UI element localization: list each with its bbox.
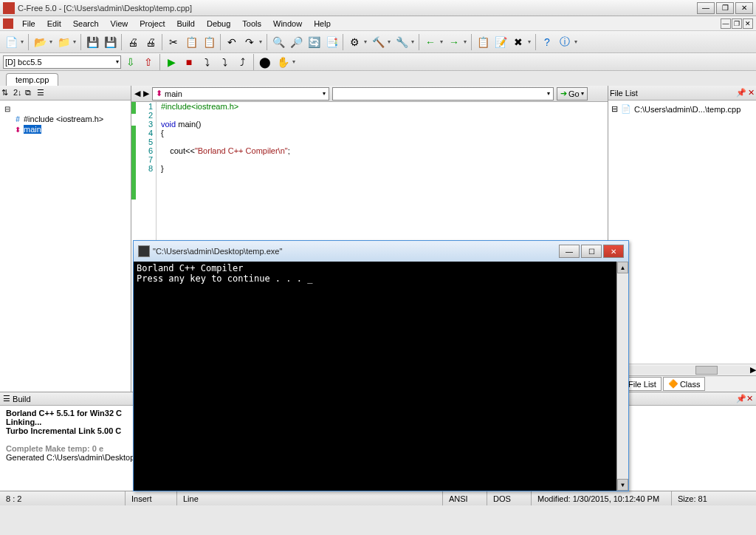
print-preview-icon[interactable]: 🖨 [142, 34, 159, 50]
list-icon[interactable]: ☰ [37, 88, 47, 98]
info-icon[interactable]: ⓘ [557, 34, 573, 50]
tab-class[interactable]: 🔶 Class [663, 377, 706, 391]
find-icon[interactable]: 🔍 [270, 34, 286, 50]
menu-build[interactable]: Build [171, 18, 200, 30]
tree-root[interactable]: ⊟ [3, 103, 128, 114]
menu-search[interactable]: Search [67, 18, 105, 30]
scope-combo[interactable]: ▾ [332, 87, 554, 100]
copy-icon[interactable]: 📋 [183, 34, 199, 50]
open-project-dropdown[interactable]: ▾ [73, 38, 78, 45]
run-x-icon[interactable]: ⇧ [140, 54, 157, 70]
menu-edit[interactable]: Edit [41, 18, 67, 30]
paste-icon[interactable]: 📋 [201, 34, 217, 50]
hscrollbar[interactable]: ◀ ▶ [608, 364, 756, 375]
menu-debug[interactable]: Debug [201, 18, 236, 30]
back-dropdown[interactable]: ▾ [440, 38, 444, 45]
editor-navbar: ◀ ▶ ⬍ main ▾ ▾ ➔ Go ▾ [131, 86, 608, 102]
stop-icon[interactable]: ■ [181, 54, 197, 70]
compile-dropdown[interactable]: ▾ [364, 38, 368, 45]
build-dropdown[interactable]: ▾ [388, 38, 392, 45]
breakpoint-icon[interactable]: ⬤ [257, 54, 273, 70]
mdi-restore-button[interactable]: ❐ [732, 18, 742, 29]
console-window[interactable]: "C:\Users\admin\Desktop\temp.exe" — ☐ ✕ … [133, 240, 629, 491]
redo-dropdown[interactable]: ▾ [259, 38, 264, 45]
symbol-combo[interactable]: ⬍ main ▾ [152, 87, 329, 100]
settings-icon[interactable]: 📝 [492, 34, 509, 50]
open-project-icon[interactable]: 📁 [55, 34, 72, 50]
info-dropdown[interactable]: ▾ [574, 38, 579, 45]
redo-icon[interactable]: ↷ [241, 34, 258, 50]
back-icon[interactable]: ← [422, 34, 439, 50]
cut-icon[interactable]: ✂ [165, 34, 182, 50]
scroll-down-icon[interactable]: ▼ [617, 479, 628, 491]
run-icon[interactable]: ▶ [163, 54, 179, 70]
sort-alpha-icon[interactable]: ⇅ [1, 88, 12, 98]
scroll-thumb[interactable] [695, 366, 718, 375]
menu-help[interactable]: Help [308, 18, 337, 30]
run-check-icon[interactable]: ⇩ [123, 54, 139, 70]
close-button[interactable]: ✕ [735, 2, 753, 14]
console-titlebar[interactable]: "C:\Users\admin\Desktop\temp.exe" — ☐ ✕ [134, 241, 628, 262]
new-file-icon[interactable]: 📄 [3, 34, 19, 50]
tree-main[interactable]: ⬍ main [3, 124, 128, 134]
help-icon[interactable]: ? [539, 34, 555, 50]
find-in-files-icon[interactable]: 🔎 [288, 34, 304, 50]
mdi-close-button[interactable]: ✕ [743, 18, 753, 29]
nav-forward-icon[interactable]: ▶ [143, 89, 149, 98]
pin-icon[interactable]: 📌 [736, 88, 746, 98]
scroll-right-icon[interactable]: ▶ [750, 365, 756, 375]
save-all-icon[interactable]: 💾 [102, 34, 118, 50]
replace-icon[interactable]: 🔄 [306, 34, 322, 50]
rebuild-dropdown[interactable]: ▾ [411, 38, 416, 45]
open-file-icon[interactable]: 📂 [32, 34, 48, 50]
close-panel-icon[interactable]: ✕ [748, 88, 755, 98]
menu-file[interactable]: File [16, 18, 41, 30]
step-into-icon[interactable]: ⤵ [216, 54, 233, 70]
build-icon[interactable]: 🔨 [370, 34, 386, 50]
mdi-minimize-button[interactable]: — [721, 18, 731, 29]
step-over-icon[interactable]: ⤵ [199, 54, 215, 70]
forward-icon[interactable]: → [446, 34, 462, 50]
status-position: 8 : 2 [0, 491, 126, 505]
pin-icon[interactable]: 📌 [736, 394, 746, 403]
console-minimize-button[interactable]: — [559, 245, 580, 258]
scroll-up-icon[interactable]: ▲ [617, 262, 628, 273]
step-out-icon[interactable]: ⤴ [234, 54, 250, 70]
file-row[interactable]: ⊟ 📄 C:\Users\admin\D...\temp.cpp [611, 103, 753, 115]
forward-dropdown[interactable]: ▾ [464, 38, 468, 45]
delete-icon[interactable]: ✖ [510, 34, 526, 50]
compiler-combo[interactable]: [D] bcc5.5 ▾ [3, 55, 121, 69]
menu-project[interactable]: Project [134, 18, 171, 30]
nav-back-icon[interactable]: ◀ [134, 89, 140, 98]
filter-icon[interactable]: ⧉ [25, 88, 35, 98]
console-output[interactable]: Borland C++ Compiler Press any key to co… [134, 262, 616, 491]
new-file-dropdown[interactable]: ▾ [21, 38, 25, 45]
open-dropdown[interactable]: ▾ [49, 38, 54, 45]
hand-icon[interactable]: ✋ [275, 54, 291, 70]
sort-num-icon[interactable]: 2↓ [13, 88, 24, 98]
menu-view[interactable]: View [105, 18, 134, 30]
print-icon[interactable]: 🖨 [125, 34, 141, 50]
minimize-button[interactable]: — [697, 2, 715, 14]
tree-include[interactable]: # #include <iostream.h> [3, 114, 128, 124]
hand-dropdown[interactable]: ▾ [292, 58, 297, 65]
undo-icon[interactable]: ↶ [224, 34, 240, 50]
options-icon[interactable]: 📋 [475, 34, 491, 50]
file-path: C:\Users\admin\D...\temp.cpp [634, 105, 740, 114]
save-icon[interactable]: 💾 [84, 34, 100, 50]
go-button[interactable]: ➔ Go ▾ [557, 87, 588, 100]
maximize-button[interactable]: ❐ [716, 2, 734, 14]
console-scrollbar[interactable]: ▲ ▼ [616, 262, 628, 491]
delete-dropdown[interactable]: ▾ [528, 38, 532, 45]
compiler-combo-value: [D] bcc5.5 [5, 58, 42, 67]
main-toolbar: 📄▾ 📂▾ 📁▾ 💾 💾 🖨 🖨 ✂ 📋 📋 ↶ ↷▾ 🔍 🔎 🔄 📑 ⚙▾ 🔨… [0, 31, 756, 53]
bookmark-icon[interactable]: 📑 [323, 34, 340, 50]
console-maximize-button[interactable]: ☐ [581, 245, 602, 258]
rebuild-icon[interactable]: 🔧 [394, 34, 410, 50]
compile-icon[interactable]: ⚙ [346, 34, 362, 50]
menu-tools[interactable]: Tools [236, 18, 267, 30]
file-tab-temp[interactable]: temp.cpp [6, 73, 58, 86]
menu-window[interactable]: Window [267, 18, 308, 30]
console-close-button[interactable]: ✕ [603, 245, 624, 258]
close-panel-icon[interactable]: ✕ [746, 394, 753, 403]
